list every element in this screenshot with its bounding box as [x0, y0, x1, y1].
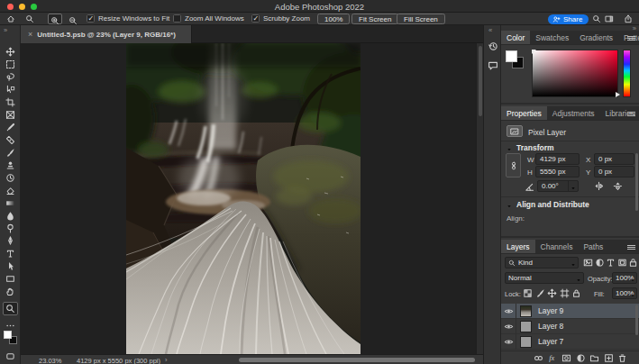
link-icon[interactable]	[534, 353, 543, 363]
layer-row[interactable]: Layer 8	[501, 319, 639, 334]
checkbox-resize-windows[interactable]: Resize Windows to Fit	[87, 14, 169, 23]
fit-screen-button[interactable]: Fit Screen	[351, 14, 398, 24]
fill-select[interactable]: 100%	[612, 287, 637, 299]
height-field[interactable]: 5550 px	[535, 166, 580, 177]
image-icon[interactable]	[583, 258, 593, 268]
tab-channels[interactable]: Channels	[535, 240, 579, 253]
tool-preset-caret-icon[interactable]	[37, 17, 42, 23]
visibility-toggle[interactable]	[501, 304, 516, 319]
tool-gradient[interactable]	[5, 198, 15, 208]
tab-layers[interactable]: Layers	[501, 240, 535, 253]
workspace-caret-icon[interactable]	[616, 17, 622, 23]
y-field[interactable]: 0 px	[594, 166, 634, 177]
comments-panel-icon[interactable]	[488, 60, 498, 71]
lock-icon[interactable]	[571, 288, 581, 298]
tab-gradients[interactable]: Gradients	[574, 31, 618, 44]
transform-section-header[interactable]: Transform	[507, 143, 554, 152]
panel-menu-icon[interactable]	[627, 245, 635, 250]
tool-blur[interactable]	[5, 211, 15, 221]
tool-shape[interactable]	[5, 274, 15, 284]
width-field[interactable]: 4129 px	[535, 153, 580, 165]
tool-pen[interactable]	[5, 236, 15, 246]
search-icon[interactable]	[592, 14, 601, 23]
rotation-dropdown[interactable]	[568, 181, 578, 191]
workspace-switcher-icon[interactable]	[605, 14, 614, 23]
tool-spot-healing[interactable]	[5, 135, 15, 145]
tab-swatches[interactable]: Swatches	[530, 31, 574, 44]
mask-icon[interactable]	[561, 353, 571, 363]
tool-clone-stamp[interactable]	[5, 160, 15, 170]
tab-properties[interactable]: Properties	[501, 106, 547, 120]
group-icon[interactable]	[589, 353, 599, 363]
zoom-value-button[interactable]: 100%	[317, 14, 350, 24]
tool-crop[interactable]	[5, 97, 15, 107]
new-layer-icon[interactable]	[604, 353, 614, 363]
tool-dodge[interactable]	[5, 223, 15, 233]
vertical-scroll-thumb[interactable]	[479, 46, 482, 116]
tab-adjustments[interactable]: Adjustments	[547, 106, 600, 120]
status-more-icon[interactable]: ›	[165, 356, 168, 364]
rotation-field[interactable]: 0.00°	[537, 180, 579, 192]
tool-frame[interactable]	[5, 110, 15, 120]
layer-name[interactable]: Layer 9	[538, 306, 563, 315]
artboard-icon[interactable]	[560, 288, 570, 298]
dock-expander-icon[interactable]: «	[488, 26, 491, 34]
visibility-toggle[interactable]	[501, 334, 516, 350]
tool-history-brush[interactable]	[5, 173, 15, 183]
constrain-proportions-button[interactable]	[506, 153, 521, 177]
color-saturation-field[interactable]	[532, 50, 618, 97]
canvas-vertical-scrollbar[interactable]	[476, 43, 483, 354]
history-panel-icon[interactable]	[488, 41, 498, 51]
fx-icon[interactable]: fx	[548, 353, 558, 363]
tool-lasso[interactable]	[5, 72, 15, 82]
tool-zoom[interactable]	[3, 302, 18, 315]
checkbox-scrubby-zoom[interactable]: Scrubby Zoom	[251, 14, 310, 23]
align-section-header[interactable]: Align and Distribute	[507, 200, 589, 209]
layer-thumbnail[interactable]	[520, 321, 532, 332]
tool-type[interactable]	[5, 249, 15, 259]
tool-eraser[interactable]	[5, 186, 15, 196]
zoom-tool-icon[interactable]	[25, 14, 34, 23]
tool-edit-toolbar[interactable]	[5, 321, 15, 331]
layer-name[interactable]: Layer 8	[538, 322, 563, 331]
canvas-area[interactable]	[21, 43, 476, 354]
zoom-percent[interactable]: 23.03%	[39, 357, 61, 364]
close-tab-icon[interactable]: ×	[28, 30, 32, 39]
tool-hand[interactable]	[5, 287, 15, 296]
transparency-icon[interactable]	[523, 288, 533, 298]
move-icon[interactable]	[547, 288, 557, 298]
home-icon[interactable]	[6, 14, 15, 23]
flip-vertical-icon[interactable]	[613, 181, 623, 191]
tool-brush[interactable]	[5, 148, 15, 158]
frame-filter-icon[interactable]	[617, 258, 627, 268]
fill-screen-button[interactable]: Fill Screen	[397, 14, 445, 24]
opacity-select[interactable]: 100%	[612, 272, 637, 284]
panel-menu-icon[interactable]	[627, 36, 635, 41]
smart-object-icon[interactable]	[628, 258, 638, 268]
export-icon[interactable]	[624, 14, 633, 23]
layer-row[interactable]: Layer 9	[501, 304, 639, 319]
foreground-color-swatch[interactable]	[506, 50, 517, 62]
tab-paths[interactable]: Paths	[578, 240, 608, 253]
brush-icon[interactable]	[535, 288, 545, 298]
tool-marquee[interactable]	[5, 59, 15, 69]
horizontal-scroll-thumb[interactable]	[239, 358, 475, 362]
hue-slider[interactable]	[623, 50, 631, 97]
layer-name[interactable]: Layer 7	[538, 337, 563, 346]
tool-path-selection[interactable]	[5, 261, 15, 271]
layer-filter-select[interactable]: Kind	[505, 257, 579, 268]
layer-row[interactable]: Layer 7	[501, 334, 639, 350]
tool-eyedropper[interactable]	[5, 123, 15, 132]
tool-move[interactable]	[5, 47, 15, 57]
adjustment-icon[interactable]	[595, 258, 605, 268]
blend-mode-select[interactable]: Normal	[505, 272, 584, 284]
panel-menu-icon[interactable]	[627, 112, 635, 116]
visibility-toggle[interactable]	[501, 319, 516, 334]
tool-object-selection[interactable]	[5, 85, 15, 95]
foreground-color-swatch[interactable]	[4, 331, 12, 339]
layer-thumbnail[interactable]	[520, 305, 532, 317]
flip-horizontal-icon[interactable]	[594, 181, 604, 191]
delete-icon[interactable]	[617, 353, 627, 363]
adjustment-icon[interactable]	[576, 353, 586, 363]
toolbar-expander-icon[interactable]: »	[4, 26, 6, 34]
